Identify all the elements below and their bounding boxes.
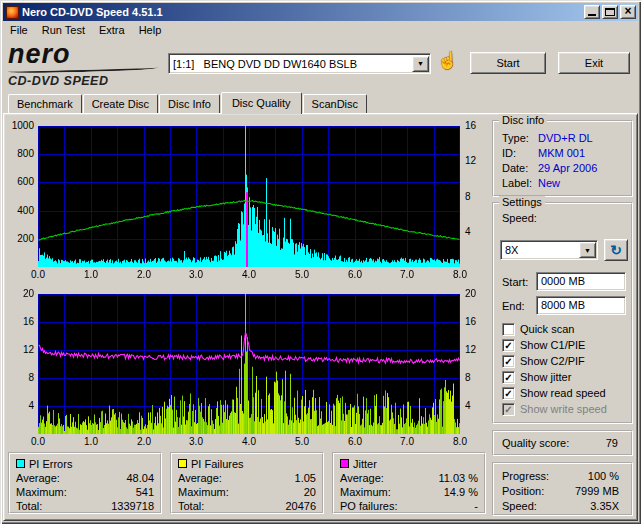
stat-box-title: PI Failures bbox=[191, 458, 244, 470]
progress-row: Speed:3.35X bbox=[502, 499, 619, 514]
hand-pointer-icon: ☝ bbox=[437, 50, 458, 71]
drive-select-value: [1:1] BENQ DVD DD DW1640 BSLB bbox=[169, 58, 412, 70]
y-axis-tick-left: 8 bbox=[2, 372, 34, 383]
close-button[interactable]: × bbox=[620, 5, 636, 19]
pif-jitter-chart bbox=[38, 294, 460, 434]
logo-product-text: CD-DVD SPEED bbox=[8, 74, 164, 88]
x-axis-tick: 8.0 bbox=[447, 269, 473, 280]
disc-info-row: Type:DVD+R DL bbox=[502, 131, 631, 146]
menu-extra[interactable]: Extra bbox=[92, 22, 132, 38]
x-axis-tick: 5.0 bbox=[289, 436, 315, 447]
chevron-down-icon[interactable]: ▼ bbox=[579, 242, 596, 258]
checkbox-box[interactable]: ✓ bbox=[502, 387, 515, 400]
exit-button[interactable]: Exit bbox=[558, 52, 630, 74]
stat-box-pi-errors: PI ErrorsAverage:48.04Maximum:541Total:1… bbox=[8, 452, 162, 514]
minimize-button[interactable] bbox=[584, 5, 600, 19]
y-axis-tick-right: 16 bbox=[465, 120, 487, 131]
settings-title: Settings bbox=[499, 196, 545, 208]
quality-score-value: 79 bbox=[606, 437, 631, 449]
x-axis-tick: 8.0 bbox=[447, 436, 473, 447]
maximize-button[interactable] bbox=[602, 5, 618, 19]
x-axis-tick: 1.0 bbox=[78, 436, 104, 447]
y-axis-tick-left: 16 bbox=[2, 316, 34, 327]
y-axis-tick-left: 20 bbox=[2, 288, 34, 299]
legend-swatch bbox=[340, 459, 349, 468]
refresh-drive-button[interactable]: ↻ bbox=[604, 239, 628, 261]
titlebar[interactable]: Nero CD-DVD Speed 4.51.1 × bbox=[3, 3, 638, 21]
stat-box-title: PI Errors bbox=[29, 458, 72, 470]
checkbox-show-jitter[interactable]: ✓Show jitter bbox=[502, 370, 627, 384]
disc-info-row: Date:29 Apr 2006 bbox=[502, 161, 631, 176]
start-button[interactable]: Start bbox=[470, 52, 546, 74]
stat-row: Average:48.04 bbox=[14, 471, 156, 485]
y-axis-tick-left: 400 bbox=[2, 205, 34, 216]
x-axis-tick: 4.0 bbox=[236, 436, 262, 447]
drive-select[interactable]: [1:1] BENQ DVD DD DW1640 BSLB ▼ bbox=[168, 53, 431, 74]
x-axis-tick: 2.0 bbox=[131, 436, 157, 447]
pi-errors-chart bbox=[38, 126, 460, 267]
progress-row: Progress:100 % bbox=[502, 469, 619, 484]
tab-disc-quality[interactable]: Disc Quality bbox=[221, 92, 302, 114]
checkbox-quick-scan[interactable]: Quick scan bbox=[502, 322, 627, 336]
maximize-icon bbox=[605, 8, 615, 16]
checkbox-box[interactable]: ✓ bbox=[502, 339, 515, 352]
chevron-down-icon[interactable]: ▼ bbox=[412, 56, 429, 72]
stat-row: Maximum:541 bbox=[14, 485, 156, 499]
y-axis-tick-right: 12 bbox=[465, 155, 487, 166]
y-axis-tick-left: 200 bbox=[2, 233, 34, 244]
disc-info-row: Label:New bbox=[502, 176, 631, 191]
x-axis-tick: 4.0 bbox=[236, 269, 262, 280]
checkbox-box[interactable]: ✓ bbox=[502, 371, 515, 384]
stat-box-title: Jitter bbox=[353, 458, 377, 470]
y-axis-tick-left: 600 bbox=[2, 176, 34, 187]
tab-create-disc[interactable]: Create Disc bbox=[83, 94, 158, 113]
checkbox-box[interactable]: ✓ bbox=[502, 355, 515, 368]
x-axis-tick: 3.0 bbox=[183, 269, 209, 280]
checkbox-show-c2-pif[interactable]: ✓Show C2/PIF bbox=[502, 354, 627, 368]
y-axis-tick-right: 8 bbox=[465, 191, 487, 202]
end-position-label: End: bbox=[502, 300, 525, 312]
stat-box-pi-failures: PI FailuresAverage:1.05Maximum:20Total:2… bbox=[170, 452, 324, 514]
tab-benchmark[interactable]: Benchmark bbox=[8, 94, 82, 113]
y-axis-tick-right: 8 bbox=[465, 372, 487, 383]
stat-box-jitter: JitterAverage:11.03 %Maximum:14.9 %PO fa… bbox=[332, 452, 486, 514]
checkbox-show-c1-pie[interactable]: ✓Show C1/PIE bbox=[502, 338, 627, 352]
checkbox-box[interactable] bbox=[502, 323, 515, 336]
stat-row: Maximum:14.9 % bbox=[338, 485, 480, 499]
tab-scandisc[interactable]: ScanDisc bbox=[303, 94, 367, 113]
x-axis-tick: 1.0 bbox=[78, 269, 104, 280]
x-axis-tick: 7.0 bbox=[394, 436, 420, 447]
y-axis-tick-right: 4 bbox=[465, 226, 487, 237]
menubar: FileRun TestExtraHelp bbox=[3, 21, 638, 38]
x-axis-tick: 6.0 bbox=[342, 436, 368, 447]
tab-disc-info[interactable]: Disc Info bbox=[159, 94, 220, 113]
x-axis-tick: 3.0 bbox=[183, 436, 209, 447]
stat-row: Total:20476 bbox=[176, 499, 318, 513]
refresh-icon: ↻ bbox=[610, 243, 622, 257]
start-position-input[interactable]: 0000 MB bbox=[536, 272, 626, 291]
stat-row: Total:1339718 bbox=[14, 499, 156, 513]
speed-select[interactable]: 8X ▼ bbox=[500, 240, 598, 260]
legend-swatch bbox=[16, 459, 25, 468]
disc-info-row: ID:MKM 001 bbox=[502, 146, 631, 161]
checkbox-box: ✓ bbox=[502, 403, 515, 416]
quality-score-label: Quality score: bbox=[494, 437, 606, 449]
end-position-input[interactable]: 8000 MB bbox=[536, 296, 626, 315]
menu-help[interactable]: Help bbox=[132, 22, 169, 38]
stat-row: PO failures:- bbox=[338, 499, 480, 513]
app-window: Nero CD-DVD Speed 4.51.1 × FileRun TestE… bbox=[0, 0, 641, 524]
start-position-label: Start: bbox=[502, 276, 528, 288]
menu-run-test[interactable]: Run Test bbox=[35, 22, 92, 38]
speed-label: Speed: bbox=[502, 212, 537, 224]
stat-row: Maximum:20 bbox=[176, 485, 318, 499]
disc-info-title: Disc info bbox=[499, 114, 547, 126]
checkbox-show-read-speed[interactable]: ✓Show read speed bbox=[502, 386, 627, 400]
progress-group: Progress:100 %Position:7999 MBSpeed:3.35… bbox=[492, 462, 633, 516]
y-axis-tick-left: 800 bbox=[2, 148, 34, 159]
y-axis-tick-right: 12 bbox=[465, 344, 487, 355]
nero-brand-text: nero bbox=[8, 42, 164, 67]
menu-file[interactable]: File bbox=[3, 22, 35, 38]
nero-logo: nero CD-DVD SPEED bbox=[8, 42, 164, 88]
y-axis-tick-right: 4 bbox=[465, 400, 487, 411]
progress-row: Position:7999 MB bbox=[502, 484, 619, 499]
